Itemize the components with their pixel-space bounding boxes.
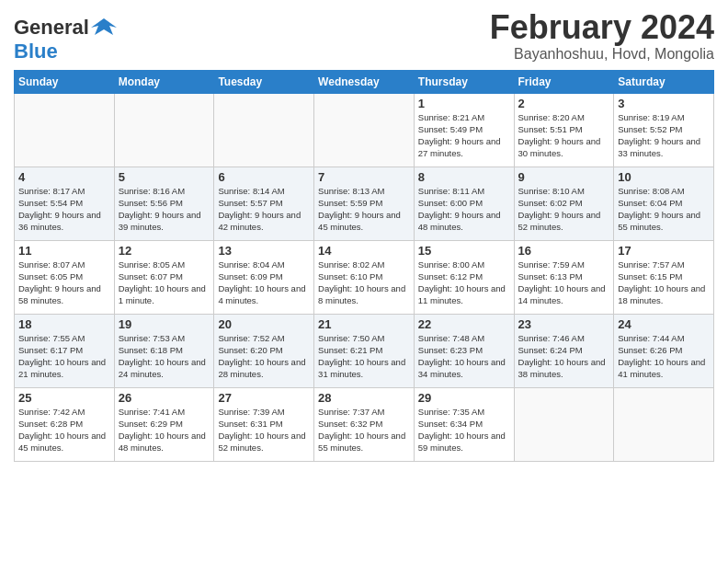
day-header-monday: Monday bbox=[114, 71, 214, 94]
calendar-cell: 11Sunrise: 8:07 AM Sunset: 6:05 PM Dayli… bbox=[15, 241, 115, 315]
cell-info: Sunrise: 8:05 AM Sunset: 6:07 PM Dayligh… bbox=[119, 259, 210, 306]
cell-info: Sunrise: 8:20 AM Sunset: 5:51 PM Dayligh… bbox=[518, 112, 610, 159]
calendar-cell: 29Sunrise: 7:35 AM Sunset: 6:34 PM Dayli… bbox=[414, 388, 514, 462]
calendar-week-row: 11Sunrise: 8:07 AM Sunset: 6:05 PM Dayli… bbox=[15, 241, 714, 315]
calendar: SundayMondayTuesdayWednesdayThursdayFrid… bbox=[14, 70, 714, 462]
cell-info: Sunrise: 8:13 AM Sunset: 5:59 PM Dayligh… bbox=[318, 186, 410, 233]
day-number: 19 bbox=[119, 317, 210, 331]
cell-info: Sunrise: 8:00 AM Sunset: 6:12 PM Dayligh… bbox=[418, 259, 510, 306]
calendar-cell: 25Sunrise: 7:42 AM Sunset: 6:28 PM Dayli… bbox=[15, 388, 115, 462]
calendar-week-row: 18Sunrise: 7:55 AM Sunset: 6:17 PM Dayli… bbox=[15, 315, 714, 388]
day-header-wednesday: Wednesday bbox=[314, 71, 415, 94]
calendar-cell bbox=[514, 388, 614, 462]
day-number: 23 bbox=[518, 317, 610, 331]
calendar-cell: 26Sunrise: 7:41 AM Sunset: 6:29 PM Dayli… bbox=[114, 388, 214, 462]
cell-info: Sunrise: 8:11 AM Sunset: 6:00 PM Dayligh… bbox=[418, 186, 510, 233]
day-number: 10 bbox=[618, 170, 710, 184]
svg-marker-0 bbox=[91, 18, 117, 35]
cell-info: Sunrise: 7:41 AM Sunset: 6:29 PM Dayligh… bbox=[119, 407, 210, 454]
day-number: 16 bbox=[518, 244, 610, 258]
calendar-cell: 24Sunrise: 7:44 AM Sunset: 6:26 PM Dayli… bbox=[614, 315, 714, 388]
cell-info: Sunrise: 8:08 AM Sunset: 6:04 PM Dayligh… bbox=[618, 186, 710, 233]
day-number: 8 bbox=[418, 170, 510, 184]
calendar-cell: 5Sunrise: 8:16 AM Sunset: 5:56 PM Daylig… bbox=[114, 167, 214, 241]
day-number: 17 bbox=[618, 244, 710, 258]
day-number: 22 bbox=[418, 317, 510, 331]
calendar-cell bbox=[314, 94, 415, 167]
calendar-cell: 4Sunrise: 8:17 AM Sunset: 5:54 PM Daylig… bbox=[15, 167, 115, 241]
cell-info: Sunrise: 7:46 AM Sunset: 6:24 PM Dayligh… bbox=[518, 333, 610, 380]
day-number: 12 bbox=[119, 244, 210, 258]
calendar-cell: 7Sunrise: 8:13 AM Sunset: 5:59 PM Daylig… bbox=[314, 167, 415, 241]
calendar-cell bbox=[214, 94, 314, 167]
calendar-week-row: 25Sunrise: 7:42 AM Sunset: 6:28 PM Dayli… bbox=[15, 388, 714, 462]
calendar-cell: 16Sunrise: 7:59 AM Sunset: 6:13 PM Dayli… bbox=[514, 241, 614, 315]
cell-info: Sunrise: 7:44 AM Sunset: 6:26 PM Dayligh… bbox=[618, 333, 710, 380]
cell-info: Sunrise: 8:07 AM Sunset: 6:05 PM Dayligh… bbox=[18, 259, 110, 306]
day-number: 1 bbox=[418, 97, 510, 110]
cell-info: Sunrise: 7:42 AM Sunset: 6:28 PM Dayligh… bbox=[18, 407, 110, 454]
calendar-cell: 23Sunrise: 7:46 AM Sunset: 6:24 PM Dayli… bbox=[514, 315, 614, 388]
calendar-cell: 9Sunrise: 8:10 AM Sunset: 6:02 PM Daylig… bbox=[514, 167, 614, 241]
main-title: February 2024 bbox=[490, 9, 714, 46]
title-block: February 2024 Bayanhoshuu, Hovd, Mongoli… bbox=[490, 9, 714, 63]
calendar-cell: 20Sunrise: 7:52 AM Sunset: 6:20 PM Dayli… bbox=[214, 315, 314, 388]
calendar-cell: 12Sunrise: 8:05 AM Sunset: 6:07 PM Dayli… bbox=[114, 241, 214, 315]
calendar-header-row: SundayMondayTuesdayWednesdayThursdayFrid… bbox=[15, 71, 714, 94]
day-number: 28 bbox=[318, 391, 410, 405]
cell-info: Sunrise: 8:19 AM Sunset: 5:52 PM Dayligh… bbox=[618, 112, 710, 159]
day-number: 21 bbox=[318, 317, 410, 331]
calendar-cell: 21Sunrise: 7:50 AM Sunset: 6:21 PM Dayli… bbox=[314, 315, 415, 388]
calendar-cell: 14Sunrise: 8:02 AM Sunset: 6:10 PM Dayli… bbox=[314, 241, 415, 315]
header: General Blue February 2024 Bayanhoshuu, … bbox=[14, 9, 714, 63]
day-number: 18 bbox=[18, 317, 110, 331]
calendar-cell: 2Sunrise: 8:20 AM Sunset: 5:51 PM Daylig… bbox=[514, 94, 614, 167]
day-number: 20 bbox=[218, 317, 310, 331]
cell-info: Sunrise: 7:39 AM Sunset: 6:31 PM Dayligh… bbox=[218, 407, 310, 454]
calendar-cell: 17Sunrise: 7:57 AM Sunset: 6:15 PM Dayli… bbox=[614, 241, 714, 315]
day-number: 2 bbox=[518, 97, 610, 110]
calendar-cell: 27Sunrise: 7:39 AM Sunset: 6:31 PM Dayli… bbox=[214, 388, 314, 462]
calendar-cell: 19Sunrise: 7:53 AM Sunset: 6:18 PM Dayli… bbox=[114, 315, 214, 388]
cell-info: Sunrise: 8:21 AM Sunset: 5:49 PM Dayligh… bbox=[418, 112, 510, 159]
cell-info: Sunrise: 7:48 AM Sunset: 6:23 PM Dayligh… bbox=[418, 333, 510, 380]
cell-info: Sunrise: 7:57 AM Sunset: 6:15 PM Dayligh… bbox=[618, 259, 710, 306]
day-number: 14 bbox=[318, 244, 410, 258]
cell-info: Sunrise: 8:14 AM Sunset: 5:57 PM Dayligh… bbox=[218, 186, 310, 233]
day-header-friday: Friday bbox=[514, 71, 614, 94]
calendar-cell bbox=[114, 94, 214, 167]
calendar-cell: 6Sunrise: 8:14 AM Sunset: 5:57 PM Daylig… bbox=[214, 167, 314, 241]
cell-info: Sunrise: 7:59 AM Sunset: 6:13 PM Dayligh… bbox=[518, 259, 610, 306]
day-number: 4 bbox=[18, 170, 110, 184]
day-number: 7 bbox=[318, 170, 410, 184]
calendar-cell bbox=[15, 94, 115, 167]
cell-info: Sunrise: 7:37 AM Sunset: 6:32 PM Dayligh… bbox=[318, 407, 410, 454]
cell-info: Sunrise: 7:55 AM Sunset: 6:17 PM Dayligh… bbox=[18, 333, 110, 380]
day-header-sunday: Sunday bbox=[15, 71, 115, 94]
calendar-cell: 10Sunrise: 8:08 AM Sunset: 6:04 PM Dayli… bbox=[614, 167, 714, 241]
cell-info: Sunrise: 8:04 AM Sunset: 6:09 PM Dayligh… bbox=[218, 259, 310, 306]
logo-text-general: General bbox=[14, 17, 89, 39]
day-number: 15 bbox=[418, 244, 510, 258]
day-number: 9 bbox=[518, 170, 610, 184]
day-number: 13 bbox=[218, 244, 310, 258]
day-number: 5 bbox=[119, 170, 210, 184]
cell-info: Sunrise: 8:17 AM Sunset: 5:54 PM Dayligh… bbox=[18, 186, 110, 233]
cell-info: Sunrise: 8:16 AM Sunset: 5:56 PM Dayligh… bbox=[119, 186, 210, 233]
day-number: 26 bbox=[119, 391, 210, 405]
calendar-week-row: 4Sunrise: 8:17 AM Sunset: 5:54 PM Daylig… bbox=[15, 167, 714, 241]
calendar-week-row: 1Sunrise: 8:21 AM Sunset: 5:49 PM Daylig… bbox=[15, 94, 714, 167]
calendar-cell: 13Sunrise: 8:04 AM Sunset: 6:09 PM Dayli… bbox=[214, 241, 314, 315]
calendar-body: 1Sunrise: 8:21 AM Sunset: 5:49 PM Daylig… bbox=[15, 94, 714, 462]
day-header-tuesday: Tuesday bbox=[214, 71, 314, 94]
cell-info: Sunrise: 7:53 AM Sunset: 6:18 PM Dayligh… bbox=[119, 333, 210, 380]
day-number: 25 bbox=[18, 391, 110, 405]
cell-info: Sunrise: 8:10 AM Sunset: 6:02 PM Dayligh… bbox=[518, 186, 610, 233]
logo: General Blue bbox=[14, 15, 117, 63]
calendar-cell: 1Sunrise: 8:21 AM Sunset: 5:49 PM Daylig… bbox=[414, 94, 514, 167]
day-number: 11 bbox=[18, 244, 110, 258]
day-number: 27 bbox=[218, 391, 310, 405]
calendar-cell bbox=[614, 388, 714, 462]
day-number: 24 bbox=[618, 317, 710, 331]
calendar-cell: 22Sunrise: 7:48 AM Sunset: 6:23 PM Dayli… bbox=[414, 315, 514, 388]
